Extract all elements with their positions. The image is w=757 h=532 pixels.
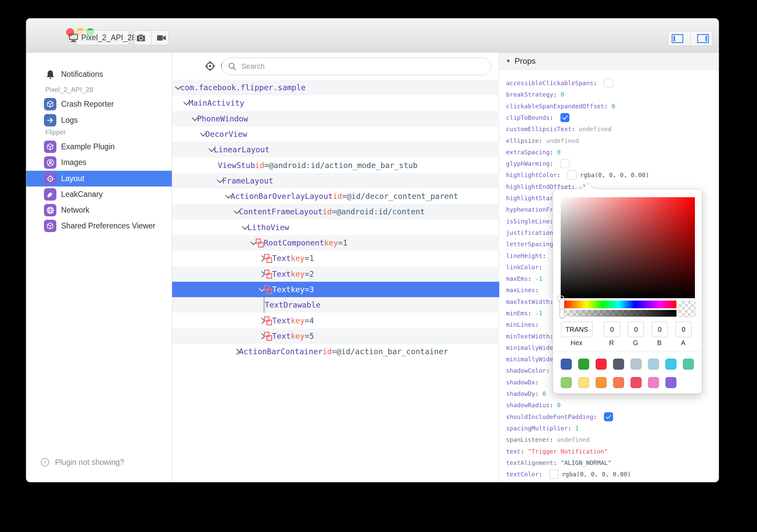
preset-color-swatch[interactable] bbox=[665, 377, 676, 388]
tree-node-actionbaroverlaylayout[interactable]: ActionBarOverlayLayout id=@id/decor_cont… bbox=[172, 189, 553, 204]
sidebar-item-images[interactable]: Images bbox=[26, 155, 172, 170]
prop-key: textAlignment bbox=[506, 459, 553, 466]
checkbox-checked[interactable] bbox=[560, 113, 569, 122]
layout-inspector-panel: com.facebook.flipper.sample MainActivity… bbox=[172, 52, 499, 482]
monitor-icon bbox=[69, 34, 78, 42]
preset-color-swatch[interactable] bbox=[561, 377, 572, 388]
tree-node-com.facebook.flipper.sample[interactable]: com.facebook.flipper.sample bbox=[172, 80, 503, 95]
prop-colon: : bbox=[528, 310, 535, 317]
prop-row-shouldIncludeFontPadding: shouldIncludeFontPadding: bbox=[506, 411, 613, 422]
screen-record-button[interactable] bbox=[154, 31, 168, 45]
green-label: G bbox=[628, 339, 643, 347]
preset-color-swatch[interactable] bbox=[613, 377, 624, 388]
checkbox-unchecked[interactable] bbox=[560, 159, 569, 168]
prop-colon: : bbox=[535, 379, 543, 386]
prop-colon: : bbox=[539, 471, 546, 478]
prop-value: undefined bbox=[546, 137, 579, 144]
prop-row-customEllipsisText: customEllipsisText: undefined bbox=[506, 123, 611, 135]
tree-node-phonewindow[interactable]: PhoneWindow bbox=[172, 111, 519, 126]
saturation-gradient-area[interactable] bbox=[561, 197, 695, 298]
hex-input[interactable] bbox=[561, 322, 593, 337]
props-section-header[interactable]: ▾ Props bbox=[499, 52, 719, 70]
prop-row-ellipsize: ellipsize: undefined bbox=[506, 135, 579, 146]
preset-color-swatch[interactable] bbox=[665, 359, 676, 370]
svg-text:?: ? bbox=[44, 460, 46, 465]
prop-colon: : bbox=[593, 413, 601, 420]
tree-node-attr-key: key bbox=[291, 270, 305, 278]
green-input[interactable] bbox=[628, 322, 644, 337]
tree-node-name: Text bbox=[272, 285, 291, 294]
toggle-right-panel-button[interactable] bbox=[694, 31, 713, 46]
preset-color-swatch[interactable] bbox=[648, 359, 659, 370]
preset-color-swatch[interactable] bbox=[648, 377, 659, 388]
checkbox-unchecked[interactable] bbox=[604, 78, 613, 88]
sidebar-item-layout[interactable]: Layout bbox=[26, 171, 172, 187]
divider bbox=[690, 31, 691, 46]
sidebar-item-example-plugin[interactable]: Example Plugin bbox=[26, 139, 172, 155]
tree-node-name: TextDrawable bbox=[265, 301, 320, 309]
camera-icon bbox=[136, 34, 146, 42]
plugin-not-showing-link[interactable]: ? Plugin not showing? bbox=[40, 458, 124, 467]
litho-component-icon bbox=[264, 332, 272, 340]
tree-node-viewstub[interactable]: ViewStub id=@android:id/action_mode_bar_… bbox=[172, 158, 545, 173]
prop-row-lineHeight: lineHeight: bbox=[506, 250, 550, 261]
target-icon bbox=[44, 172, 56, 185]
hue-slider[interactable] bbox=[561, 301, 676, 308]
toggle-left-panel-button[interactable] bbox=[668, 31, 687, 46]
checkbox-checked[interactable] bbox=[604, 412, 613, 421]
sidebar-item-label: Network bbox=[61, 206, 89, 215]
color-preview-swatch bbox=[678, 301, 696, 317]
sidebar-item-notifications[interactable]: Notifications bbox=[26, 66, 172, 82]
target-mode-icon[interactable] bbox=[204, 60, 216, 72]
color-swatch-button[interactable] bbox=[549, 470, 558, 479]
preset-color-swatch[interactable] bbox=[630, 359, 642, 370]
sidebar-item-shared-preferences-viewer[interactable]: Shared Preferences Viewer bbox=[26, 218, 172, 234]
preset-color-swatch[interactable] bbox=[630, 377, 642, 388]
tree-node-decorview[interactable]: DecorView bbox=[172, 126, 528, 142]
prop-key: minTextWidth bbox=[506, 333, 550, 340]
prop-key: linkColor bbox=[506, 264, 539, 271]
alpha-slider[interactable] bbox=[561, 310, 676, 317]
alpha-slider-handle[interactable] bbox=[560, 309, 564, 318]
sidebar-item-leakcanary[interactable]: LeakCanary bbox=[26, 187, 172, 202]
litho-component-icon bbox=[264, 316, 272, 325]
preset-color-swatch[interactable] bbox=[613, 359, 624, 370]
prop-key: maxTextWidth bbox=[506, 298, 550, 305]
device-selector-button[interactable]: Pixel_2_API_28 bbox=[75, 30, 129, 45]
prop-colon: : bbox=[539, 137, 546, 144]
hue-slider-handle[interactable] bbox=[560, 299, 564, 309]
prop-key: maxLines bbox=[506, 286, 535, 294]
screenshot-button[interactable] bbox=[134, 31, 148, 45]
red-input[interactable] bbox=[604, 322, 620, 337]
color-swatch-button[interactable] bbox=[567, 170, 576, 179]
sidebar-item-label: Images bbox=[61, 158, 86, 167]
preset-color-swatch[interactable] bbox=[596, 359, 607, 370]
sidebar-item-network[interactable]: Network bbox=[26, 202, 172, 218]
prop-colon: : bbox=[535, 286, 543, 294]
prop-colon: : bbox=[557, 171, 564, 178]
prop-row-maxLines: maxLines: bbox=[506, 284, 542, 296]
preset-color-swatch[interactable] bbox=[683, 359, 694, 370]
preset-color-swatch[interactable] bbox=[596, 377, 607, 388]
prop-row-textColor: textColor: rgba(0, 0, 0, 0.00) bbox=[506, 468, 631, 480]
tree-node-name: MainActivity bbox=[189, 99, 244, 107]
divider bbox=[553, 352, 702, 352]
sidebar-item-crash-reporter[interactable]: Crash Reporter bbox=[26, 96, 172, 112]
blue-input[interactable] bbox=[652, 322, 668, 337]
preset-color-swatch[interactable] bbox=[578, 359, 589, 370]
tree-node-framelayout[interactable]: FrameLayout bbox=[172, 173, 545, 189]
prop-row-spacingMultiplier: spacingMultiplier: 1 bbox=[506, 422, 579, 434]
preset-color-swatch[interactable] bbox=[578, 377, 589, 388]
sidebar-item-logs[interactable]: Logs bbox=[26, 112, 172, 128]
preset-color-swatch[interactable] bbox=[561, 359, 572, 370]
prop-key: customEllipsisText bbox=[506, 125, 571, 132]
prop-value: 0 bbox=[557, 402, 561, 409]
prop-colon: : bbox=[535, 321, 543, 328]
prop-row-linkColor: linkColor: bbox=[506, 261, 546, 273]
tree-node-mainactivity[interactable]: MainActivity bbox=[172, 95, 511, 111]
search-input[interactable] bbox=[241, 62, 477, 71]
tree-node-attr-key: key bbox=[291, 316, 305, 325]
tree-node-linearlayout[interactable]: LinearLayout bbox=[172, 142, 536, 157]
search-field[interactable] bbox=[221, 58, 491, 75]
alpha-input[interactable] bbox=[675, 322, 692, 337]
